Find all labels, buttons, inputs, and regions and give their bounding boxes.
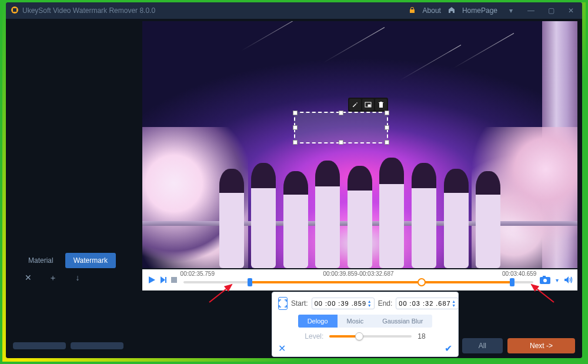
- trash-icon[interactable]: [375, 99, 387, 111]
- end-label: End:: [378, 299, 393, 308]
- level-knob[interactable]: [355, 332, 363, 340]
- btn-all[interactable]: All: [462, 338, 503, 353]
- snapshot-icon[interactable]: [539, 275, 551, 285]
- range-settings-popup: Start: ▲▼ End: ▲▼ Delogo Mosic Gaussian …: [272, 292, 459, 357]
- preview-person: [412, 163, 436, 268]
- watermark-selection-box[interactable]: [294, 112, 388, 143]
- svg-point-6: [543, 279, 547, 282]
- preview-people: [212, 130, 507, 268]
- next-button[interactable]: Next ->: [507, 338, 575, 353]
- close-button[interactable]: ✕: [564, 6, 577, 15]
- end-time-input[interactable]: ▲▼: [396, 298, 459, 309]
- popup-cancel-icon[interactable]: ✕: [278, 343, 286, 354]
- timeline-track[interactable]: 00:02:35.759 00:00:39.859-00:03:32.687 0…: [183, 272, 533, 288]
- mode-tabs: Delogo Mosic Gaussian Blur: [298, 315, 433, 328]
- svg-rect-4: [171, 277, 177, 283]
- preview-person: [315, 161, 340, 268]
- preview-person: [476, 171, 500, 268]
- tl-range-label: 00:00:39.859-00:03:32.687: [323, 271, 393, 277]
- tab-material[interactable]: Material: [20, 253, 62, 268]
- start-time-field[interactable]: [315, 300, 366, 307]
- app-logo-icon: [11, 6, 19, 16]
- selection-toolbar: [348, 98, 388, 112]
- svg-rect-7: [543, 276, 546, 278]
- volume-icon[interactable]: [563, 275, 573, 285]
- video-preview[interactable]: [142, 21, 577, 268]
- resize-handle-bl[interactable]: [293, 140, 298, 145]
- preview-person: [348, 166, 372, 268]
- delete-icon[interactable]: ✕: [21, 273, 35, 283]
- mode-delogo[interactable]: Delogo: [298, 315, 338, 328]
- down-icon[interactable]: ↓: [71, 273, 85, 283]
- start-spin-up[interactable]: ▲: [368, 299, 372, 303]
- playhead[interactable]: [417, 278, 426, 286]
- resize-handle-bm[interactable]: [339, 140, 343, 145]
- tl-start-label: 00:02:35.759: [181, 271, 215, 277]
- level-value: 18: [417, 332, 425, 340]
- edit-icon[interactable]: [349, 99, 361, 111]
- mode-gaussian-blur[interactable]: Gaussian Blur: [373, 315, 432, 328]
- preview-person: [219, 169, 244, 268]
- resize-handle-br[interactable]: [385, 140, 389, 145]
- start-label: Start:: [291, 299, 308, 308]
- timeline: 00:02:35.759 00:00:39.859-00:03:32.687 0…: [142, 269, 577, 290]
- left-tabs: Material Watermark: [20, 253, 116, 268]
- tab-watermark[interactable]: Watermark: [65, 253, 116, 268]
- maximize-button[interactable]: ▢: [544, 6, 557, 15]
- lock-icon[interactable]: [409, 6, 416, 15]
- bottom-btn-a[interactable]: [13, 342, 66, 349]
- svg-rect-3: [165, 277, 166, 283]
- preview-person: [283, 171, 308, 268]
- range-start-handle[interactable]: [248, 278, 252, 286]
- preview-person: [251, 163, 276, 268]
- app-title: UkeySoft Video Watermark Remover 8.0.0: [22, 6, 155, 15]
- preview-person: [444, 169, 469, 268]
- level-slider[interactable]: [329, 335, 412, 338]
- resize-handle-tm[interactable]: [339, 111, 343, 115]
- end-spin-up[interactable]: ▲: [452, 299, 456, 303]
- resize-handle-lm[interactable]: [293, 125, 298, 130]
- left-icon-row: ✕ ＋ ↓: [21, 273, 85, 283]
- timeline-selected-range: [250, 281, 512, 283]
- popup-confirm-icon[interactable]: ✔: [445, 343, 452, 354]
- mode-mosaic[interactable]: Mosic: [338, 315, 373, 328]
- left-panel: Material Watermark ✕ ＋ ↓: [15, 19, 133, 358]
- level-label: Level:: [305, 332, 323, 340]
- app-window: UkeySoft Video Watermark Remover 8.0.0 A…: [6, 2, 582, 358]
- fullscreen-icon[interactable]: [278, 297, 288, 310]
- about-link[interactable]: About: [423, 6, 441, 15]
- range-end-handle[interactable]: [510, 278, 514, 286]
- step-button[interactable]: [159, 275, 168, 285]
- snapshot-dropdown-icon[interactable]: ▾: [556, 277, 559, 283]
- minimize-button[interactable]: —: [524, 6, 537, 15]
- resize-handle-tr[interactable]: [385, 111, 389, 115]
- titlebar: UkeySoft Video Watermark Remover 8.0.0 A…: [6, 2, 582, 19]
- pip-icon[interactable]: [362, 99, 374, 111]
- end-spin-down[interactable]: ▼: [452, 303, 456, 308]
- play-button[interactable]: [147, 275, 156, 285]
- plus-icon[interactable]: ＋: [46, 273, 60, 283]
- resize-handle-rm[interactable]: [385, 125, 389, 130]
- home-icon[interactable]: [448, 6, 455, 15]
- resize-handle-tl[interactable]: [293, 111, 298, 115]
- end-time-field[interactable]: [399, 300, 450, 307]
- dropdown-icon[interactable]: ▾: [505, 6, 517, 15]
- bottom-btn-b[interactable]: [71, 342, 123, 349]
- start-spin-down[interactable]: ▼: [368, 303, 372, 308]
- homepage-link[interactable]: HomePage: [462, 6, 497, 15]
- preview-person: [379, 158, 404, 268]
- tl-end-label: 00:03:40.659: [502, 271, 536, 277]
- start-time-input[interactable]: ▲▼: [312, 298, 375, 309]
- stop-button[interactable]: [171, 276, 178, 283]
- svg-rect-2: [368, 105, 370, 106]
